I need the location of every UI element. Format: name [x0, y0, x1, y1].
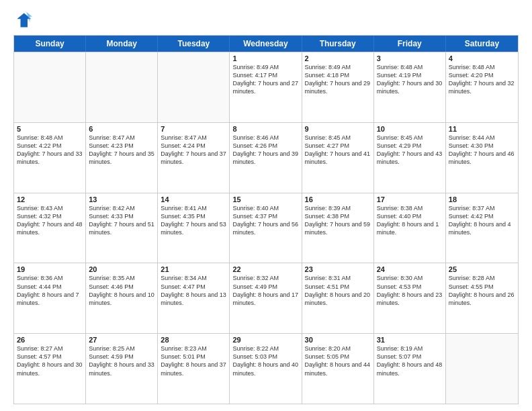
day-number: 10	[377, 125, 443, 133]
day-number: 9	[305, 125, 371, 133]
calendar-row-2: 12Sunrise: 8:43 AM Sunset: 4:32 PM Dayli…	[14, 193, 518, 263]
day-cell-10: 10Sunrise: 8:45 AM Sunset: 4:29 PM Dayli…	[374, 123, 446, 193]
day-cell-26: 26Sunrise: 8:27 AM Sunset: 4:57 PM Dayli…	[14, 334, 86, 404]
calendar-header: SundayMondayTuesdayWednesdayThursdayFrid…	[14, 36, 518, 52]
day-cell-empty-4-6	[446, 334, 518, 404]
day-number: 1	[232, 54, 298, 62]
cell-info: Sunrise: 8:40 AM Sunset: 4:37 PM Dayligh…	[232, 204, 298, 237]
day-cell-21: 21Sunrise: 8:34 AM Sunset: 4:47 PM Dayli…	[158, 263, 230, 333]
cell-info: Sunrise: 8:25 AM Sunset: 4:59 PM Dayligh…	[89, 345, 154, 377]
cell-info: Sunrise: 8:38 AM Sunset: 4:40 PM Dayligh…	[377, 204, 443, 237]
day-number: 3	[377, 54, 443, 62]
cell-info: Sunrise: 8:39 AM Sunset: 4:38 PM Dayligh…	[305, 204, 371, 237]
day-number: 22	[232, 265, 298, 273]
cell-info: Sunrise: 8:42 AM Sunset: 4:33 PM Dayligh…	[89, 204, 154, 237]
calendar: SundayMondayTuesdayWednesdayThursdayFrid…	[13, 35, 519, 404]
day-number: 30	[305, 336, 371, 344]
day-cell-22: 22Sunrise: 8:32 AM Sunset: 4:49 PM Dayli…	[230, 263, 302, 333]
day-cell-2: 2Sunrise: 8:49 AM Sunset: 4:18 PM Daylig…	[302, 52, 374, 122]
day-number: 11	[449, 125, 515, 133]
day-number: 24	[377, 265, 443, 273]
day-number: 12	[17, 195, 83, 203]
day-cell-4: 4Sunrise: 8:48 AM Sunset: 4:20 PM Daylig…	[446, 52, 518, 122]
day-number: 16	[305, 195, 371, 203]
cell-info: Sunrise: 8:19 AM Sunset: 5:07 PM Dayligh…	[377, 345, 443, 377]
day-cell-11: 11Sunrise: 8:44 AM Sunset: 4:30 PM Dayli…	[446, 123, 518, 193]
day-number: 17	[377, 195, 443, 203]
header-day-monday: Monday	[86, 36, 158, 52]
day-number: 23	[305, 265, 371, 273]
cell-info: Sunrise: 8:47 AM Sunset: 4:23 PM Dayligh…	[89, 134, 154, 167]
cell-info: Sunrise: 8:37 AM Sunset: 4:42 PM Dayligh…	[449, 204, 515, 237]
day-cell-17: 17Sunrise: 8:38 AM Sunset: 4:40 PM Dayli…	[374, 193, 446, 263]
day-number: 19	[17, 265, 83, 273]
cell-info: Sunrise: 8:20 AM Sunset: 5:05 PM Dayligh…	[305, 345, 371, 377]
day-cell-5: 5Sunrise: 8:48 AM Sunset: 4:22 PM Daylig…	[14, 123, 86, 193]
header-day-sunday: Sunday	[14, 36, 86, 52]
day-number: 4	[449, 54, 515, 62]
day-cell-18: 18Sunrise: 8:37 AM Sunset: 4:42 PM Dayli…	[446, 193, 518, 263]
cell-info: Sunrise: 8:31 AM Sunset: 4:51 PM Dayligh…	[305, 274, 371, 307]
calendar-row-3: 19Sunrise: 8:36 AM Sunset: 4:44 PM Dayli…	[14, 263, 518, 333]
cell-info: Sunrise: 8:48 AM Sunset: 4:22 PM Dayligh…	[17, 134, 83, 167]
day-number: 2	[305, 54, 371, 62]
page: SundayMondayTuesdayWednesdayThursdayFrid…	[0, 0, 532, 411]
day-cell-23: 23Sunrise: 8:31 AM Sunset: 4:51 PM Dayli…	[302, 263, 374, 333]
cell-info: Sunrise: 8:35 AM Sunset: 4:46 PM Dayligh…	[89, 274, 154, 307]
day-number: 21	[161, 265, 226, 273]
day-cell-30: 30Sunrise: 8:20 AM Sunset: 5:05 PM Dayli…	[302, 334, 374, 404]
day-number: 31	[377, 336, 443, 344]
day-cell-15: 15Sunrise: 8:40 AM Sunset: 4:37 PM Dayli…	[230, 193, 302, 263]
day-cell-13: 13Sunrise: 8:42 AM Sunset: 4:33 PM Dayli…	[86, 193, 158, 263]
day-cell-27: 27Sunrise: 8:25 AM Sunset: 4:59 PM Dayli…	[86, 334, 158, 404]
cell-info: Sunrise: 8:49 AM Sunset: 4:17 PM Dayligh…	[232, 63, 298, 96]
day-number: 6	[89, 125, 154, 133]
day-cell-31: 31Sunrise: 8:19 AM Sunset: 5:07 PM Dayli…	[374, 334, 446, 404]
header	[13, 11, 519, 30]
day-cell-7: 7Sunrise: 8:47 AM Sunset: 4:24 PM Daylig…	[158, 123, 230, 193]
header-day-friday: Friday	[374, 36, 446, 52]
day-cell-25: 25Sunrise: 8:28 AM Sunset: 4:55 PM Dayli…	[446, 263, 518, 333]
day-cell-9: 9Sunrise: 8:45 AM Sunset: 4:27 PM Daylig…	[302, 123, 374, 193]
logo-icon	[13, 11, 32, 30]
day-number: 14	[161, 195, 226, 203]
cell-info: Sunrise: 8:43 AM Sunset: 4:32 PM Dayligh…	[17, 204, 83, 237]
cell-info: Sunrise: 8:23 AM Sunset: 5:01 PM Dayligh…	[161, 345, 226, 377]
calendar-row-0: 1Sunrise: 8:49 AM Sunset: 4:17 PM Daylig…	[14, 52, 518, 122]
header-day-tuesday: Tuesday	[158, 36, 230, 52]
cell-info: Sunrise: 8:49 AM Sunset: 4:18 PM Dayligh…	[305, 63, 371, 96]
day-cell-8: 8Sunrise: 8:46 AM Sunset: 4:26 PM Daylig…	[230, 123, 302, 193]
day-cell-3: 3Sunrise: 8:48 AM Sunset: 4:19 PM Daylig…	[374, 52, 446, 122]
cell-info: Sunrise: 8:27 AM Sunset: 4:57 PM Dayligh…	[17, 345, 83, 377]
day-number: 18	[449, 195, 515, 203]
calendar-row-1: 5Sunrise: 8:48 AM Sunset: 4:22 PM Daylig…	[14, 122, 518, 193]
cell-info: Sunrise: 8:48 AM Sunset: 4:19 PM Dayligh…	[377, 63, 443, 96]
cell-info: Sunrise: 8:36 AM Sunset: 4:44 PM Dayligh…	[17, 274, 83, 307]
day-number: 20	[89, 265, 154, 273]
day-number: 15	[232, 195, 298, 203]
header-day-thursday: Thursday	[302, 36, 374, 52]
day-cell-24: 24Sunrise: 8:30 AM Sunset: 4:53 PM Dayli…	[374, 263, 446, 333]
day-cell-29: 29Sunrise: 8:22 AM Sunset: 5:03 PM Dayli…	[230, 334, 302, 404]
cell-info: Sunrise: 8:34 AM Sunset: 4:47 PM Dayligh…	[161, 274, 226, 307]
day-number: 29	[232, 336, 298, 344]
day-number: 8	[232, 125, 298, 133]
day-number: 13	[89, 195, 154, 203]
day-cell-20: 20Sunrise: 8:35 AM Sunset: 4:46 PM Dayli…	[86, 263, 158, 333]
day-cell-1: 1Sunrise: 8:49 AM Sunset: 4:17 PM Daylig…	[230, 52, 302, 122]
day-cell-empty-0-1	[86, 52, 158, 122]
cell-info: Sunrise: 8:48 AM Sunset: 4:20 PM Dayligh…	[449, 63, 515, 96]
cell-info: Sunrise: 8:45 AM Sunset: 4:29 PM Dayligh…	[377, 134, 443, 167]
day-cell-16: 16Sunrise: 8:39 AM Sunset: 4:38 PM Dayli…	[302, 193, 374, 263]
day-cell-14: 14Sunrise: 8:41 AM Sunset: 4:35 PM Dayli…	[158, 193, 230, 263]
cell-info: Sunrise: 8:32 AM Sunset: 4:49 PM Dayligh…	[232, 274, 298, 307]
calendar-row-4: 26Sunrise: 8:27 AM Sunset: 4:57 PM Dayli…	[14, 333, 518, 404]
cell-info: Sunrise: 8:28 AM Sunset: 4:55 PM Dayligh…	[449, 274, 515, 307]
day-number: 28	[161, 336, 226, 344]
cell-info: Sunrise: 8:47 AM Sunset: 4:24 PM Dayligh…	[161, 134, 226, 167]
day-number: 26	[17, 336, 83, 344]
day-number: 25	[449, 265, 515, 273]
day-cell-19: 19Sunrise: 8:36 AM Sunset: 4:44 PM Dayli…	[14, 263, 86, 333]
header-day-wednesday: Wednesday	[230, 36, 302, 52]
day-cell-28: 28Sunrise: 8:23 AM Sunset: 5:01 PM Dayli…	[158, 334, 230, 404]
